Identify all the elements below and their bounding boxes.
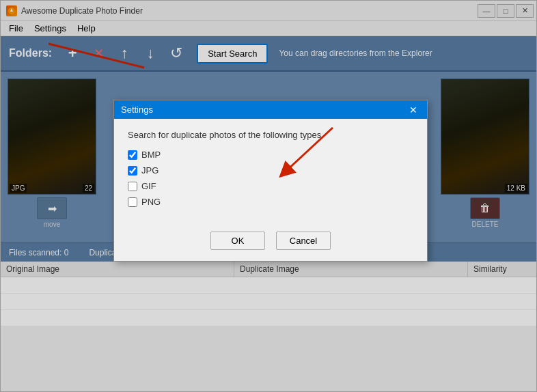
dialog-footer: OK Cancel bbox=[114, 223, 427, 261]
checkbox-gif[interactable] bbox=[128, 182, 137, 191]
dialog-title: Settings bbox=[121, 104, 153, 115]
dialog-close-button[interactable]: ✕ bbox=[407, 105, 420, 115]
dialog-description: Search for duplicate photos of the follo… bbox=[128, 130, 413, 140]
checkbox-row-bmp: BMP bbox=[128, 150, 413, 160]
checkbox-label-gif[interactable]: GIF bbox=[141, 181, 156, 191]
checkbox-label-bmp[interactable]: BMP bbox=[141, 150, 161, 160]
checkbox-bmp[interactable] bbox=[128, 150, 137, 160]
dialog-body: Search for duplicate photos of the follo… bbox=[114, 119, 427, 223]
dialog-titlebar: Settings ✕ bbox=[114, 100, 427, 119]
checkbox-row-jpg: JPG bbox=[128, 165, 413, 176]
checkbox-row-gif: GIF bbox=[128, 181, 413, 191]
checkbox-png[interactable] bbox=[128, 197, 137, 207]
checkbox-label-png[interactable]: PNG bbox=[141, 197, 161, 207]
cancel-button[interactable]: Cancel bbox=[276, 232, 331, 250]
checkbox-row-png: PNG bbox=[128, 197, 413, 207]
checkbox-jpg[interactable] bbox=[128, 166, 137, 176]
dialog-overlay: Settings ✕ Search for duplicate photos o… bbox=[1, 1, 536, 391]
checkbox-label-jpg[interactable]: JPG bbox=[141, 165, 159, 176]
settings-dialog: Settings ✕ Search for duplicate photos o… bbox=[113, 100, 428, 262]
ok-button[interactable]: OK bbox=[210, 232, 265, 250]
